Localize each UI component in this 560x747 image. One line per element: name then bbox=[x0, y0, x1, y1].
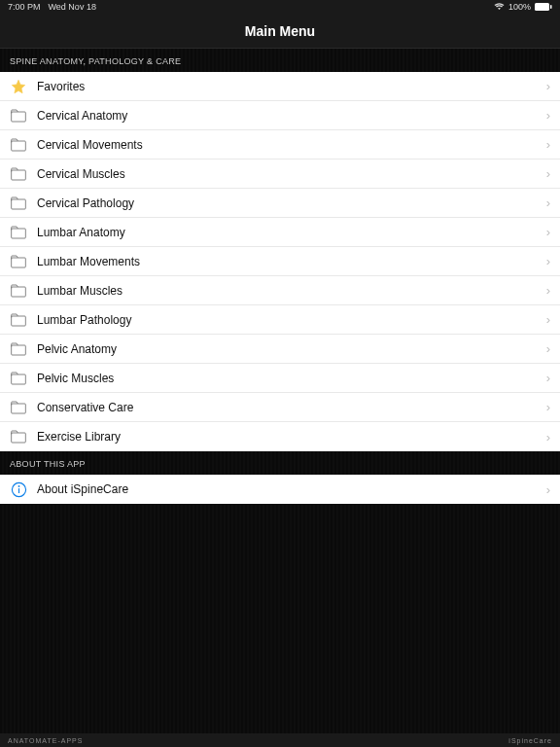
list-item[interactable]: Favorites› bbox=[0, 72, 560, 101]
chevron-right-icon: › bbox=[546, 371, 550, 385]
status-time: 7:00 PM bbox=[8, 2, 41, 12]
svg-rect-2 bbox=[12, 112, 26, 122]
chevron-right-icon: › bbox=[546, 108, 550, 123]
folder-icon bbox=[10, 340, 27, 358]
battery-icon bbox=[535, 3, 552, 11]
svg-rect-0 bbox=[535, 3, 549, 11]
chevron-right-icon: › bbox=[546, 482, 550, 497]
list-item-label: Cervical Muscles bbox=[37, 167, 546, 181]
list-item-label: Pelvic Muscles bbox=[37, 372, 546, 385]
list-item[interactable]: Cervical Movements› bbox=[0, 130, 560, 160]
folder-icon bbox=[10, 282, 27, 300]
list-item[interactable]: Pelvic Muscles› bbox=[0, 364, 560, 393]
list-item-label: Pelvic Anatomy bbox=[37, 342, 546, 356]
svg-rect-7 bbox=[12, 258, 26, 267]
list-item-label: Cervical Movements bbox=[37, 138, 546, 152]
folder-icon bbox=[10, 224, 27, 241]
svg-point-16 bbox=[18, 485, 19, 486]
status-battery: 100% bbox=[508, 2, 531, 12]
folder-icon bbox=[10, 253, 27, 270]
status-bar: 7:00 PM Wed Nov 18 100% bbox=[0, 0, 560, 14]
svg-rect-1 bbox=[550, 5, 552, 9]
list-item[interactable]: Exercise Library› bbox=[0, 422, 560, 451]
list-item-label: Favorites bbox=[37, 80, 546, 93]
chevron-right-icon: › bbox=[546, 283, 550, 298]
list-item-label: Lumbar Muscles bbox=[37, 284, 546, 298]
chevron-right-icon: › bbox=[546, 225, 550, 239]
section-header: SPINE ANATOMY, PATHOLOGY & CARE bbox=[0, 49, 560, 72]
svg-rect-13 bbox=[12, 433, 26, 443]
folder-icon bbox=[10, 195, 27, 212]
chevron-right-icon: › bbox=[546, 430, 550, 445]
chevron-right-icon: › bbox=[546, 196, 550, 210]
chevron-right-icon: › bbox=[546, 400, 550, 414]
star-icon bbox=[10, 78, 27, 95]
page-title: Main Menu bbox=[245, 23, 315, 39]
list-item-label: Lumbar Movements bbox=[37, 255, 546, 268]
list-item[interactable]: Lumbar Pathology› bbox=[0, 305, 560, 335]
list-item-label: Exercise Library bbox=[37, 430, 546, 444]
status-date: Wed Nov 18 bbox=[49, 2, 96, 12]
list-item[interactable]: Cervical Muscles› bbox=[0, 160, 560, 189]
folder-icon bbox=[10, 165, 27, 183]
folder-icon bbox=[10, 370, 27, 387]
list-item-label: Lumbar Pathology bbox=[37, 313, 546, 327]
list: About iSpineCare› bbox=[0, 475, 560, 504]
chevron-right-icon: › bbox=[546, 254, 550, 268]
svg-rect-3 bbox=[12, 141, 26, 151]
folder-icon bbox=[10, 428, 27, 445]
footer-app: iSpineCare bbox=[508, 737, 552, 744]
svg-rect-12 bbox=[12, 404, 26, 413]
wifi-icon bbox=[494, 3, 505, 11]
svg-rect-11 bbox=[12, 374, 26, 384]
svg-rect-9 bbox=[12, 316, 26, 326]
footer: ANATOMATE-APPS iSpineCare bbox=[0, 733, 560, 747]
list-item-label: Cervical Anatomy bbox=[37, 109, 546, 123]
folder-icon bbox=[10, 136, 27, 154]
svg-rect-4 bbox=[12, 170, 26, 180]
list-item[interactable]: Lumbar Muscles› bbox=[0, 276, 560, 305]
list-item-label: Cervical Pathology bbox=[37, 196, 546, 210]
chevron-right-icon: › bbox=[546, 137, 550, 152]
list-item[interactable]: Lumbar Movements› bbox=[0, 247, 560, 276]
svg-rect-6 bbox=[12, 229, 26, 238]
chevron-right-icon: › bbox=[546, 341, 550, 356]
list-item[interactable]: Conservative Care› bbox=[0, 393, 560, 422]
list-item-label: Lumbar Anatomy bbox=[37, 226, 546, 239]
chevron-right-icon: › bbox=[546, 79, 550, 93]
list: Favorites›Cervical Anatomy›Cervical Move… bbox=[0, 72, 560, 451]
nav-bar: Main Menu bbox=[0, 14, 560, 49]
svg-rect-10 bbox=[12, 345, 26, 355]
list-item[interactable]: Lumbar Anatomy› bbox=[0, 218, 560, 247]
list-item[interactable]: Cervical Anatomy› bbox=[0, 101, 560, 130]
footer-brand: ANATOMATE-APPS bbox=[8, 737, 83, 744]
svg-rect-8 bbox=[12, 287, 26, 297]
folder-icon bbox=[10, 107, 27, 124]
list-item-label: About iSpineCare bbox=[37, 482, 546, 496]
folder-icon bbox=[10, 311, 27, 329]
section-header: ABOUT THIS APP bbox=[0, 451, 560, 475]
svg-rect-5 bbox=[12, 199, 26, 209]
list-item-label: Conservative Care bbox=[37, 401, 546, 414]
list-item[interactable]: Pelvic Anatomy› bbox=[0, 335, 560, 364]
chevron-right-icon: › bbox=[546, 166, 550, 181]
chevron-right-icon: › bbox=[546, 312, 550, 327]
list-item[interactable]: About iSpineCare› bbox=[0, 475, 560, 504]
info-icon bbox=[10, 480, 27, 498]
list-item[interactable]: Cervical Pathology› bbox=[0, 189, 560, 218]
folder-icon bbox=[10, 399, 27, 416]
